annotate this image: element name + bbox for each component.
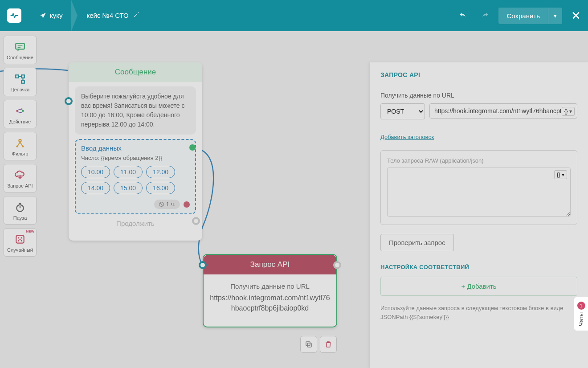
save-dropdown[interactable]: ▾ bbox=[548, 8, 562, 24]
redo-button[interactable] bbox=[476, 7, 494, 25]
edit-title-icon[interactable] bbox=[133, 0, 142, 31]
page-title: кейс №4 СТО bbox=[86, 0, 128, 31]
breadcrumb-back[interactable]: куку bbox=[30, 0, 71, 31]
telegram-icon bbox=[39, 12, 47, 20]
save-button[interactable]: Сохранить bbox=[498, 8, 548, 24]
topbar-actions: Сохранить ▾ ✕ bbox=[454, 7, 581, 25]
close-button[interactable]: ✕ bbox=[571, 9, 581, 23]
breadcrumb-back-label: куку bbox=[50, 0, 62, 31]
app-logo[interactable] bbox=[7, 8, 21, 23]
save-group: Сохранить ▾ bbox=[498, 8, 562, 24]
breadcrumb-separator bbox=[71, 0, 78, 31]
breadcrumb: куку кейс №4 СТО bbox=[30, 0, 151, 31]
topbar: куку кейс №4 СТО Сохранить ▾ ✕ bbox=[0, 0, 588, 31]
breadcrumb-current: кейс №4 СТО bbox=[78, 0, 151, 31]
undo-button[interactable] bbox=[454, 7, 472, 25]
